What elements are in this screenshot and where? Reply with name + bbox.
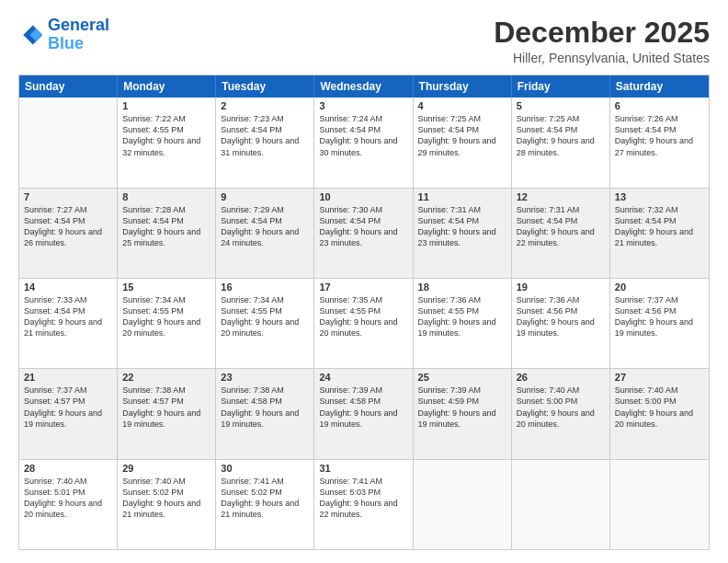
page: General Blue December 2025 Hiller, Penns… <box>0 0 728 563</box>
header-day-monday: Monday <box>118 75 216 98</box>
day-info: Sunrise: 7:27 AMSunset: 4:54 PMDaylight:… <box>24 204 112 249</box>
day-number: 14 <box>24 282 112 293</box>
day-number: 29 <box>122 463 210 474</box>
day-cell-1: 1Sunrise: 7:22 AMSunset: 4:55 PMDaylight… <box>118 98 216 187</box>
day-cell-31: 31Sunrise: 7:41 AMSunset: 5:03 PMDayligh… <box>314 460 413 549</box>
day-info: Sunrise: 7:24 AMSunset: 4:54 PMDaylight:… <box>319 113 407 158</box>
day-info: Sunrise: 7:37 AMSunset: 4:57 PMDaylight:… <box>24 385 112 430</box>
title-block: December 2025 Hiller, Pennsylvania, Unit… <box>494 17 710 65</box>
day-number: 17 <box>319 282 407 293</box>
day-cell-9: 9Sunrise: 7:29 AMSunset: 4:54 PMDaylight… <box>216 189 314 278</box>
header-day-tuesday: Tuesday <box>216 75 314 98</box>
day-cell-25: 25Sunrise: 7:39 AMSunset: 4:59 PMDayligh… <box>414 369 512 458</box>
day-info: Sunrise: 7:40 AMSunset: 5:00 PMDaylight:… <box>517 385 605 430</box>
day-info: Sunrise: 7:30 AMSunset: 4:54 PMDaylight:… <box>319 204 407 249</box>
day-cell-12: 12Sunrise: 7:31 AMSunset: 4:54 PMDayligh… <box>512 189 610 278</box>
day-cell-10: 10Sunrise: 7:30 AMSunset: 4:54 PMDayligh… <box>314 189 413 278</box>
day-number: 24 <box>319 372 407 383</box>
day-number: 18 <box>418 282 506 293</box>
day-cell-6: 6Sunrise: 7:26 AMSunset: 4:54 PMDaylight… <box>610 98 709 187</box>
calendar-row: 14Sunrise: 7:33 AMSunset: 4:54 PMDayligh… <box>19 279 709 369</box>
day-number: 3 <box>319 100 407 111</box>
day-number: 25 <box>418 372 506 383</box>
header-day-friday: Friday <box>512 75 610 98</box>
day-cell-7: 7Sunrise: 7:27 AMSunset: 4:54 PMDaylight… <box>19 189 118 278</box>
day-info: Sunrise: 7:34 AMSunset: 4:55 PMDaylight:… <box>122 294 210 339</box>
day-cell-16: 16Sunrise: 7:34 AMSunset: 4:55 PMDayligh… <box>216 279 314 368</box>
empty-cell <box>414 460 512 549</box>
day-number: 30 <box>221 463 309 474</box>
day-info: Sunrise: 7:26 AMSunset: 4:54 PMDaylight:… <box>615 113 704 158</box>
day-cell-2: 2Sunrise: 7:23 AMSunset: 4:54 PMDaylight… <box>216 98 314 187</box>
day-cell-28: 28Sunrise: 7:40 AMSunset: 5:01 PMDayligh… <box>19 460 118 549</box>
day-info: Sunrise: 7:33 AMSunset: 4:54 PMDaylight:… <box>24 294 112 339</box>
day-cell-17: 17Sunrise: 7:35 AMSunset: 4:55 PMDayligh… <box>314 279 413 368</box>
day-cell-8: 8Sunrise: 7:28 AMSunset: 4:54 PMDaylight… <box>118 189 216 278</box>
day-info: Sunrise: 7:25 AMSunset: 4:54 PMDaylight:… <box>418 113 506 158</box>
day-number: 28 <box>24 463 112 474</box>
day-cell-19: 19Sunrise: 7:36 AMSunset: 4:56 PMDayligh… <box>512 279 610 368</box>
day-info: Sunrise: 7:39 AMSunset: 4:59 PMDaylight:… <box>418 385 506 430</box>
day-cell-5: 5Sunrise: 7:25 AMSunset: 4:54 PMDaylight… <box>512 98 610 187</box>
day-info: Sunrise: 7:32 AMSunset: 4:54 PMDaylight:… <box>615 204 704 249</box>
header-day-wednesday: Wednesday <box>314 75 413 98</box>
day-cell-13: 13Sunrise: 7:32 AMSunset: 4:54 PMDayligh… <box>610 189 709 278</box>
day-number: 1 <box>122 100 210 111</box>
day-cell-21: 21Sunrise: 7:37 AMSunset: 4:57 PMDayligh… <box>19 369 118 458</box>
calendar-row: 28Sunrise: 7:40 AMSunset: 5:01 PMDayligh… <box>19 460 709 549</box>
location: Hiller, Pennsylvania, United States <box>494 51 710 65</box>
day-number: 23 <box>221 372 309 383</box>
day-info: Sunrise: 7:35 AMSunset: 4:55 PMDaylight:… <box>319 294 407 339</box>
day-number: 7 <box>24 191 112 202</box>
day-cell-23: 23Sunrise: 7:38 AMSunset: 4:58 PMDayligh… <box>216 369 314 458</box>
day-cell-20: 20Sunrise: 7:37 AMSunset: 4:56 PMDayligh… <box>610 279 709 368</box>
day-number: 27 <box>615 372 704 383</box>
calendar-header: SundayMondayTuesdayWednesdayThursdayFrid… <box>19 75 709 98</box>
day-cell-24: 24Sunrise: 7:39 AMSunset: 4:58 PMDayligh… <box>314 369 413 458</box>
calendar-row: 7Sunrise: 7:27 AMSunset: 4:54 PMDaylight… <box>19 189 709 279</box>
day-number: 8 <box>122 191 210 202</box>
day-number: 4 <box>418 100 506 111</box>
day-number: 11 <box>418 191 506 202</box>
day-info: Sunrise: 7:36 AMSunset: 4:56 PMDaylight:… <box>517 294 605 339</box>
day-cell-15: 15Sunrise: 7:34 AMSunset: 4:55 PMDayligh… <box>118 279 216 368</box>
month-year: December 2025 <box>494 17 710 49</box>
day-number: 21 <box>24 372 112 383</box>
day-number: 2 <box>221 100 309 111</box>
day-cell-30: 30Sunrise: 7:41 AMSunset: 5:02 PMDayligh… <box>216 460 314 549</box>
day-info: Sunrise: 7:31 AMSunset: 4:54 PMDaylight:… <box>418 204 506 249</box>
day-info: Sunrise: 7:40 AMSunset: 5:01 PMDaylight:… <box>24 476 112 521</box>
day-info: Sunrise: 7:39 AMSunset: 4:58 PMDaylight:… <box>319 385 407 430</box>
day-cell-11: 11Sunrise: 7:31 AMSunset: 4:54 PMDayligh… <box>414 189 512 278</box>
day-number: 6 <box>615 100 704 111</box>
day-cell-22: 22Sunrise: 7:38 AMSunset: 4:57 PMDayligh… <box>118 369 216 458</box>
day-number: 12 <box>517 191 605 202</box>
day-number: 20 <box>615 282 704 293</box>
day-number: 5 <box>517 100 605 111</box>
calendar-row: 1Sunrise: 7:22 AMSunset: 4:55 PMDaylight… <box>19 98 709 188</box>
day-info: Sunrise: 7:25 AMSunset: 4:54 PMDaylight:… <box>517 113 605 158</box>
day-cell-3: 3Sunrise: 7:24 AMSunset: 4:54 PMDaylight… <box>314 98 413 187</box>
day-cell-29: 29Sunrise: 7:40 AMSunset: 5:02 PMDayligh… <box>118 460 216 549</box>
day-info: Sunrise: 7:40 AMSunset: 5:02 PMDaylight:… <box>122 476 210 521</box>
day-cell-14: 14Sunrise: 7:33 AMSunset: 4:54 PMDayligh… <box>19 279 118 368</box>
header: General Blue December 2025 Hiller, Penns… <box>18 17 710 65</box>
day-info: Sunrise: 7:36 AMSunset: 4:55 PMDaylight:… <box>418 294 506 339</box>
day-info: Sunrise: 7:41 AMSunset: 5:02 PMDaylight:… <box>221 476 309 521</box>
day-cell-27: 27Sunrise: 7:40 AMSunset: 5:00 PMDayligh… <box>610 369 709 458</box>
day-cell-4: 4Sunrise: 7:25 AMSunset: 4:54 PMDaylight… <box>414 98 512 187</box>
day-number: 22 <box>122 372 210 383</box>
day-info: Sunrise: 7:34 AMSunset: 4:55 PMDaylight:… <box>221 294 309 339</box>
header-day-sunday: Sunday <box>19 75 118 98</box>
empty-cell <box>610 460 709 549</box>
day-number: 13 <box>615 191 704 202</box>
day-info: Sunrise: 7:22 AMSunset: 4:55 PMDaylight:… <box>122 113 210 158</box>
day-number: 15 <box>122 282 210 293</box>
header-day-thursday: Thursday <box>414 75 512 98</box>
calendar: SundayMondayTuesdayWednesdayThursdayFrid… <box>18 75 710 550</box>
calendar-row: 21Sunrise: 7:37 AMSunset: 4:57 PMDayligh… <box>19 369 709 459</box>
day-cell-26: 26Sunrise: 7:40 AMSunset: 5:00 PMDayligh… <box>512 369 610 458</box>
day-info: Sunrise: 7:38 AMSunset: 4:57 PMDaylight:… <box>122 385 210 430</box>
day-number: 16 <box>221 282 309 293</box>
logo: General Blue <box>18 17 109 53</box>
